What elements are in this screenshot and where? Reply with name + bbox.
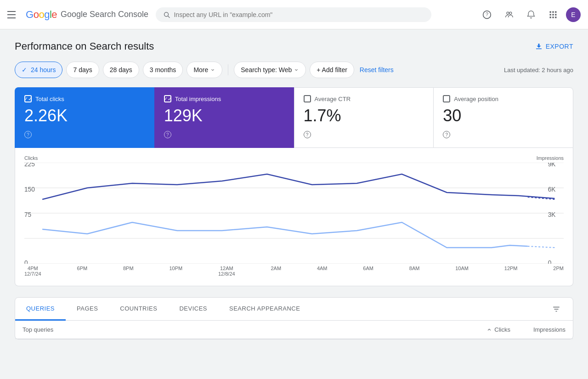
metric-clicks-help[interactable]: ? — [24, 131, 32, 138]
x-label-6: 4AM — [317, 266, 328, 277]
chevron-down-icon-2 — [294, 67, 299, 73]
metrics-row: ✓ Total clicks 2.26K ? ✓ Total impressio… — [15, 87, 573, 148]
svg-text:9K: 9K — [548, 163, 556, 168]
svg-rect-14 — [555, 17, 556, 18]
metric-impressions-checkbox[interactable]: ✓ — [164, 95, 171, 102]
x-label-9: 10AM — [455, 266, 469, 277]
accounts-button[interactable] — [500, 6, 518, 24]
search-input[interactable] — [174, 11, 424, 18]
search-icon — [163, 11, 170, 18]
tab-search-appearance[interactable]: SEARCH APPEARANCE — [218, 298, 311, 321]
metric-clicks-label: Total clicks — [35, 96, 64, 102]
tabs-container: QUERIES PAGES COUNTRIES DEVICES SEARCH A… — [15, 297, 573, 339]
menu-icon[interactable] — [7, 9, 18, 20]
filter-3months[interactable]: 3 months — [143, 62, 183, 78]
chart-y-right-label: Impressions — [537, 155, 564, 161]
svg-rect-13 — [552, 17, 554, 18]
tab-pages[interactable]: PAGES — [66, 298, 109, 321]
filter-24hours[interactable]: ✓ 24 hours — [15, 62, 62, 78]
svg-text:150: 150 — [24, 186, 35, 193]
svg-text:0: 0 — [548, 259, 552, 264]
chart-x-labels: 4PM 12/7/24 6PM 8PM 10PM 12AM 12/8/24 2A… — [24, 266, 564, 277]
x-label-3: 10PM — [169, 266, 182, 277]
metric-position-label: Average position — [454, 96, 498, 102]
metric-average-position: Average position 30 ? — [433, 87, 573, 148]
metric-position-value: 30 — [443, 106, 564, 125]
sort-icon — [486, 327, 492, 333]
tab-devices[interactable]: DEVICES — [168, 298, 218, 321]
tab-queries[interactable]: QUERIES — [15, 298, 66, 321]
metric-impressions-help[interactable]: ? — [164, 131, 171, 138]
svg-text:6K: 6K — [548, 186, 556, 193]
impressions-line — [42, 174, 554, 199]
x-label-10: 12PM — [504, 266, 518, 277]
metric-ctr-checkbox[interactable] — [304, 95, 311, 102]
svg-rect-12 — [550, 17, 551, 18]
search-bar[interactable] — [156, 7, 431, 22]
apps-icon — [548, 10, 558, 19]
svg-rect-10 — [552, 14, 554, 15]
x-label-7: 6AM — [363, 266, 373, 277]
reset-filters-button[interactable]: Reset filters — [360, 66, 394, 74]
export-button[interactable]: EXPORT — [535, 42, 573, 51]
col-query-header: Top queries — [23, 326, 455, 333]
filter-icon — [552, 305, 560, 313]
clicks-dotted — [528, 246, 555, 248]
col-clicks-header: Clicks — [455, 326, 510, 333]
metric-impressions-label: Total impressions — [175, 96, 221, 102]
svg-text:75: 75 — [24, 211, 32, 218]
filter-28days[interactable]: 28 days — [103, 62, 139, 78]
svg-rect-6 — [550, 11, 551, 12]
filter-bar: ✓ 24 hours 7 days 28 days 3 months More … — [15, 62, 573, 78]
tab-countries[interactable]: COUNTRIES — [109, 298, 168, 321]
svg-rect-11 — [555, 14, 556, 15]
metric-ctr-label: Average CTR — [315, 96, 351, 102]
x-label-5: 2AM — [271, 266, 281, 277]
help-button[interactable]: ? — [478, 6, 496, 24]
help-icon: ? — [482, 10, 492, 19]
avatar[interactable]: E — [566, 7, 581, 22]
logo[interactable]: Google Google Search Console — [26, 9, 148, 21]
x-label-4: 12AM 12/8/24 — [218, 266, 235, 277]
metric-position-help[interactable]: ? — [443, 131, 450, 138]
x-label-8: 8AM — [409, 266, 420, 277]
chart-area: 225 150 75 0 9K 6K 3K 0 — [24, 163, 564, 264]
svg-point-5 — [509, 12, 512, 14]
svg-line-1 — [168, 16, 170, 17]
download-icon — [535, 42, 543, 51]
page-content: Performance on Search results EXPORT ✓ 2… — [0, 29, 588, 351]
svg-rect-8 — [555, 11, 556, 12]
chart-container: Clicks Impressions 225 150 75 0 9K 6K 3K — [15, 148, 573, 286]
page-title: Performance on Search results — [15, 40, 154, 52]
metric-clicks-checkbox[interactable]: ✓ — [24, 95, 32, 102]
svg-rect-9 — [550, 14, 551, 15]
svg-point-4 — [507, 12, 509, 14]
accounts-icon — [504, 10, 514, 19]
app-title: Google Search Console — [61, 10, 148, 19]
apps-button[interactable] — [544, 6, 562, 24]
metric-total-clicks: ✓ Total clicks 2.26K ? — [15, 87, 154, 148]
metric-ctr-help[interactable]: ? — [304, 131, 311, 138]
filter-more[interactable]: More — [187, 62, 222, 78]
metric-impressions-value: 129K — [164, 106, 285, 125]
svg-text:3K: 3K — [548, 211, 556, 218]
col-impressions-header: Impressions — [510, 326, 565, 333]
x-label-2: 8PM — [123, 266, 134, 277]
metric-total-impressions: ✓ Total impressions 129K ? — [154, 87, 294, 148]
tab-actions — [547, 298, 573, 320]
filter-7days[interactable]: 7 days — [66, 62, 99, 78]
last-updated: Last updated: 2 hours ago — [504, 67, 573, 74]
add-filter-button[interactable]: + Add filter — [310, 62, 354, 78]
search-type-filter[interactable]: Search type: Web — [234, 62, 306, 78]
filter-table-button[interactable] — [547, 300, 565, 318]
metric-position-checkbox[interactable] — [443, 95, 450, 102]
svg-text:225: 225 — [24, 163, 35, 168]
notifications-button[interactable] — [522, 6, 540, 24]
x-label-11: 2PM — [553, 266, 564, 277]
metric-clicks-value: 2.26K — [24, 106, 145, 125]
chart-svg: 225 150 75 0 9K 6K 3K 0 — [24, 163, 564, 264]
table-header: Top queries Clicks Impressions — [15, 321, 573, 339]
metric-ctr-value: 1.7% — [304, 106, 424, 125]
clicks-line — [42, 222, 528, 248]
bell-icon — [526, 10, 536, 19]
